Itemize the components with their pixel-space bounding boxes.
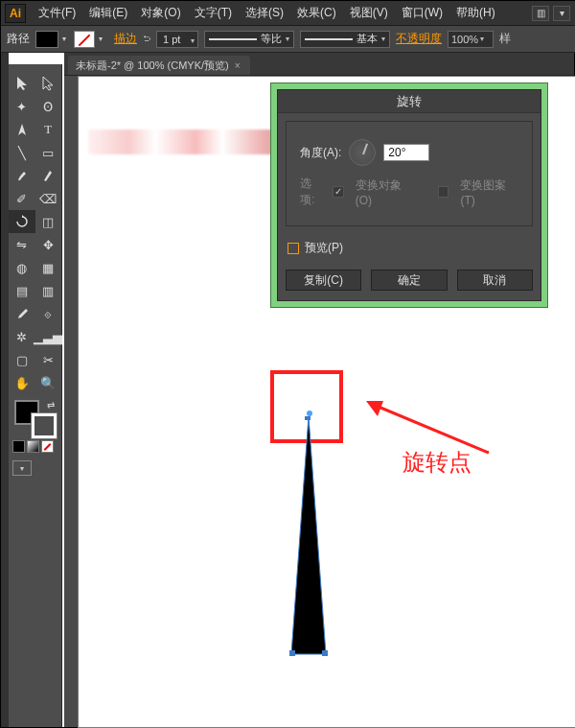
width-tool[interactable]: ⇋	[9, 233, 35, 256]
brush-definition-label: 基本	[356, 32, 378, 46]
zoom-tool[interactable]: 🔍	[35, 371, 62, 394]
mesh-tool[interactable]: ▤	[9, 279, 35, 302]
app-logo: Ai	[5, 4, 26, 23]
menu-edit[interactable]: 编辑(E)	[82, 5, 134, 21]
selection-tool[interactable]	[9, 72, 35, 95]
preview-check[interactable]	[288, 243, 299, 254]
options-label: 选项:	[300, 176, 325, 208]
copy-button[interactable]: 复制(C)	[286, 270, 361, 291]
stroke-swatch-chevron-icon[interactable]: ▾	[99, 33, 106, 46]
artwork-needle[interactable]	[270, 416, 347, 656]
panel-gutter	[1, 53, 9, 727]
transform-patterns-check[interactable]	[438, 186, 449, 198]
artboard-tool[interactable]: ▢	[9, 348, 35, 371]
svg-rect-6	[322, 650, 328, 656]
paintbrush-tool[interactable]	[9, 164, 35, 187]
transform-objects-check[interactable]	[333, 186, 344, 198]
fill-swatch-chevron-icon[interactable]: ▾	[62, 33, 70, 46]
line-tool[interactable]: ╲	[9, 141, 35, 164]
ok-button[interactable]: 确定	[371, 270, 447, 291]
perspective-tool[interactable]: ▦	[35, 256, 62, 279]
document-tab[interactable]: 未标题-2* @ 100% (CMYK/预览) ×	[68, 56, 250, 75]
gradient-tool[interactable]: ▥	[35, 279, 62, 302]
fill-stroke-control[interactable]: ⇄	[14, 400, 57, 438]
type-tool[interactable]: T	[35, 118, 62, 141]
slice-tool[interactable]: ✂	[35, 348, 62, 371]
angle-label: 角度(A):	[300, 145, 341, 161]
color-mode-gradient[interactable]	[27, 440, 39, 453]
stroke-label[interactable]: 描边	[114, 31, 137, 47]
color-mode-solid[interactable]	[12, 440, 25, 453]
menu-object[interactable]: 对象(O)	[134, 5, 187, 21]
menu-effect[interactable]: 效果(C)	[290, 5, 343, 21]
graph-tool[interactable]: ▁▃▅	[34, 325, 61, 348]
pen-tool[interactable]	[9, 118, 35, 141]
transform-objects-label: 变换对象(O)	[356, 177, 415, 207]
artboard[interactable]: 旋转 角度(A): 选项: 变换对象(O)	[78, 76, 575, 728]
pencil-tool[interactable]	[35, 164, 62, 187]
scale-tool[interactable]: ◫	[35, 210, 62, 233]
chevron-down-icon: ▾	[191, 36, 195, 45]
tool-panel: ✦ ʘ T ╲ ▭ ✐ ⌫ ◫	[9, 64, 62, 727]
arrange-docs-icon[interactable]: ▾	[553, 6, 570, 21]
stroke-weight-select[interactable]: 1 pt ▾	[156, 31, 198, 48]
menu-view[interactable]: 视图(V)	[343, 5, 395, 21]
style-label: 样	[499, 31, 511, 47]
stroke-link-icon: ⮌	[143, 33, 150, 46]
stroke-color[interactable]	[32, 413, 57, 438]
menu-file[interactable]: 文件(F)	[32, 5, 82, 21]
free-transform-tool[interactable]: ✥	[35, 233, 62, 256]
rotate-dialog: 旋转 角度(A): 选项: 变换对象(O)	[277, 89, 541, 301]
dialog-title: 旋转	[278, 90, 540, 113]
stroke-weight-value: 1 pt	[163, 34, 180, 45]
svg-rect-4	[305, 416, 310, 420]
svg-rect-5	[289, 650, 295, 656]
transform-patterns-label: 变换图案(T)	[460, 177, 518, 207]
preview-label: 预览(P)	[305, 240, 343, 256]
swap-fill-stroke-icon[interactable]: ⇄	[47, 400, 55, 411]
document-tab-bar: 未标题-2* @ 100% (CMYK/预览) ×	[64, 53, 574, 76]
selection-type-label: 路径	[7, 31, 30, 47]
callout-label: 旋转点	[402, 447, 472, 478]
color-mode-none[interactable]	[41, 440, 54, 453]
close-tab-icon[interactable]: ×	[235, 60, 241, 71]
chevron-down-icon: ▾	[480, 35, 484, 43]
stroke-swatch[interactable]	[74, 31, 95, 48]
eyedropper-tool[interactable]	[9, 302, 35, 325]
symbol-sprayer-tool[interactable]: ✲	[9, 325, 34, 348]
fill-swatch[interactable]	[35, 31, 58, 48]
screen-mode-toggle[interactable]: ▾	[12, 460, 32, 476]
menu-select[interactable]: 选择(S)	[239, 5, 290, 21]
hand-tool[interactable]: ✋	[9, 371, 35, 394]
svg-marker-3	[291, 416, 326, 654]
document-tab-title: 未标题-2* @ 100% (CMYK/预览)	[76, 59, 229, 73]
svg-line-7	[374, 405, 489, 453]
shape-builder-tool[interactable]: ◍	[9, 256, 35, 279]
angle-input[interactable]	[383, 144, 429, 161]
lasso-tool[interactable]: ʘ	[35, 95, 62, 118]
menu-window[interactable]: 窗口(W)	[395, 5, 449, 21]
menu-help[interactable]: 帮助(H)	[449, 5, 502, 21]
control-bar: 路径 ▾ ▾ 描边 ⮌ 1 pt ▾ 等比 ▾ 基本 ▾ 不透明度 100% ▾	[1, 26, 575, 53]
blend-tool[interactable]: ⟐	[35, 302, 62, 325]
menu-type[interactable]: 文字(T)	[188, 5, 239, 21]
rectangle-tool[interactable]: ▭	[35, 141, 62, 164]
canvas-area[interactable]: 旋转 角度(A): 选项: 变换对象(O)	[64, 76, 574, 727]
opacity-label[interactable]: 不透明度	[396, 31, 442, 47]
svg-marker-0	[17, 77, 27, 90]
brush-definition-select[interactable]: 基本 ▾	[300, 31, 390, 48]
width-profile-label: 等比	[261, 32, 282, 46]
width-profile-select[interactable]: 等比 ▾	[204, 31, 294, 48]
eraser-tool[interactable]: ⌫	[35, 187, 62, 210]
angle-dial[interactable]	[349, 139, 376, 166]
chevron-down-icon: ▾	[381, 35, 385, 43]
cancel-button[interactable]: 取消	[457, 270, 533, 291]
workspace-switcher-icon[interactable]: ▥	[532, 6, 549, 21]
rotate-tool[interactable]	[9, 210, 35, 233]
chevron-down-icon: ▾	[286, 35, 289, 43]
direct-selection-tool[interactable]	[35, 72, 62, 95]
blob-brush-tool[interactable]: ✐	[9, 187, 35, 210]
magic-wand-tool[interactable]: ✦	[9, 95, 35, 118]
svg-marker-2	[22, 215, 25, 218]
opacity-select[interactable]: 100% ▾	[448, 31, 494, 48]
